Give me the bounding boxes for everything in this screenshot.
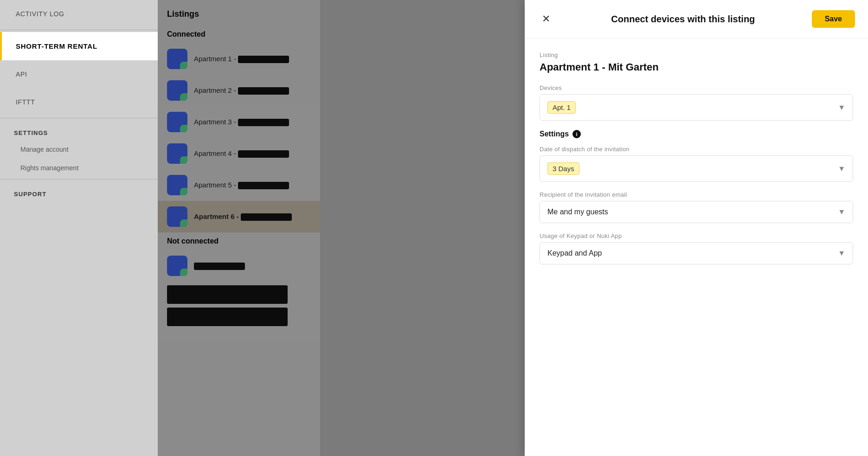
support-section-label: SUPPORT [0,181,158,201]
modal-title: Connect devices with this listing [554,14,812,25]
dispatch-field-label: Date of dispatch of the invitation [540,146,853,153]
sidebar-divider-2 [0,118,158,118]
usage-field-label: Usage of Keypad or Nuki App [540,232,853,239]
modal-save-button[interactable]: Save [812,10,855,28]
modal: ✕ Connect devices with this listing Save… [525,0,868,456]
listing-field-label: Listing [540,51,853,58]
device-tag: Apt. 1 [547,101,576,114]
usage-select[interactable]: Keypad and App ▼ [540,242,853,264]
sidebar: ACTIVITY LOG SHORT-TERM RENTAL API IFTTT… [0,0,158,456]
modal-overlay: ✕ Connect devices with this listing Save… [158,0,868,456]
sidebar-sub-item-rights-management[interactable]: Rights management [0,159,158,177]
dispatch-chevron-icon: ▼ [838,165,845,173]
sidebar-sub-item-manage-account[interactable]: Manage account [0,140,158,159]
devices-field-label: Devices [540,84,853,91]
sidebar-item-ifttt[interactable]: IFTTT [0,88,158,116]
modal-close-button[interactable]: ✕ [538,11,554,27]
sidebar-item-api[interactable]: API [0,60,158,88]
listing-field-value: Apartment 1 - Mit Garten [540,61,853,73]
sidebar-divider-1 [0,30,158,30]
dispatch-tag: 3 Days [547,162,583,175]
devices-chevron-icon: ▼ [838,103,845,112]
modal-header: ✕ Connect devices with this listing Save [525,0,868,39]
days-tag: 3 Days [547,162,579,175]
dispatch-select[interactable]: 3 Days ▼ [540,155,853,182]
recipient-chevron-icon: ▼ [838,208,845,216]
usage-chevron-icon: ▼ [838,249,845,257]
modal-body: Listing Apartment 1 - Mit Garten Devices… [525,39,868,456]
sidebar-item-activity-log[interactable]: ACTIVITY LOG [0,0,158,28]
settings-section-title: Settings i [540,130,853,138]
recipient-value: Me and my guests [547,208,608,216]
device-selected-tag: Apt. 1 [547,101,579,114]
recipient-select[interactable]: Me and my guests ▼ [540,201,853,223]
sidebar-item-short-term-rental[interactable]: SHORT-TERM RENTAL [0,32,158,60]
devices-select[interactable]: Apt. 1 ▼ [540,94,853,121]
settings-info-icon: i [572,130,581,138]
usage-value: Keypad and App [547,249,602,257]
settings-section-label: SETTINGS [0,120,158,140]
recipient-field-label: Recipient of the invitation email [540,191,853,198]
sidebar-divider-3 [0,179,158,180]
